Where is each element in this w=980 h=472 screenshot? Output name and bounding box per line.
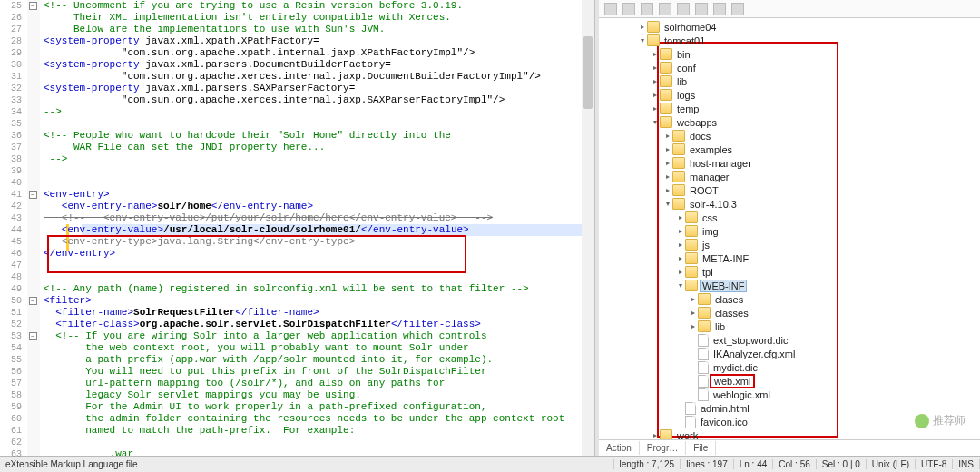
code-line[interactable]: Their XML implementation isn't entirely … [44, 12, 451, 24]
code-line[interactable]: a path prefix (app.war with /app/solr mo… [44, 354, 493, 366]
code-line[interactable]: <env-entry-type>java.lang.String</env-en… [44, 236, 355, 248]
tree-twisty[interactable]: ▸ [662, 172, 672, 182]
tree-twisty[interactable]: ▸ [650, 103, 660, 113]
code-line[interactable]: <system-property javax.xml.parsers.SAXPa… [44, 83, 355, 94]
tree-toolbar-button[interactable] [731, 3, 744, 15]
code-line[interactable]: <!-- <env-entry-value>/put/your/solr/hom… [44, 212, 493, 224]
code-line[interactable]: <filter> [44, 295, 92, 307]
tree-twisty[interactable]: ▾ [637, 35, 647, 45]
tree-item[interactable]: ▸temp [599, 102, 980, 115]
tree-bottom-tabs[interactable]: ActionProgr…File [599, 439, 980, 456]
fold-toggle[interactable]: − [29, 2, 37, 10]
tree-item[interactable]: ▸conf [599, 61, 980, 74]
tree-item[interactable]: ▸META-INF [599, 251, 980, 265]
tree-twisty[interactable]: ▸ [688, 321, 698, 331]
tree-item[interactable]: ▸examples [599, 143, 980, 156]
tree-item[interactable]: ▸lib [599, 320, 980, 333]
fold-toggle[interactable]: − [29, 191, 37, 199]
tree-twisty[interactable]: ▸ [650, 63, 660, 73]
code-line[interactable]: "com.sun.org.apache.xerces.internal.jaxp… [44, 94, 505, 106]
fold-gutter[interactable]: −−−− [27, 0, 40, 456]
code-line[interactable]: .war [44, 448, 133, 456]
tree-twisty[interactable]: ▸ [675, 212, 685, 222]
tree-item[interactable]: ▸docs [599, 129, 980, 143]
tree-twisty[interactable]: ▸ [675, 253, 685, 263]
code-line[interactable]: url-pattern mapping too (/solr/*), and a… [44, 378, 445, 389]
tree-toolbar-button[interactable] [695, 3, 708, 15]
tree-twisty[interactable]: ▸ [637, 22, 647, 32]
editor-scrollbar[interactable] [582, 0, 594, 456]
code-line[interactable]: You will need to put this prefix in fron… [44, 366, 486, 378]
code-line[interactable]: <env-entry-value>/usr/local/solr-cloud/s… [44, 224, 469, 236]
code-line[interactable]: <!-- People who want to hardcode their "… [44, 130, 451, 142]
tree-item[interactable]: ▸ROOT [599, 183, 980, 197]
tree-twisty[interactable]: ▸ [675, 267, 685, 277]
file-tree[interactable]: ▸solrhome04▾tomcat01▸bin▸conf▸lib▸logs▸t… [599, 18, 980, 439]
code-line[interactable]: <system-property javax.xml.xpath.XPathFa… [44, 35, 319, 47]
tree-twisty[interactable]: ▸ [675, 240, 685, 250]
tree-twisty[interactable]: ▸ [662, 131, 672, 141]
tree-item[interactable]: ▸bin [599, 47, 980, 61]
tree-item[interactable]: ▸work [599, 428, 980, 439]
tree-twisty[interactable]: ▸ [650, 90, 660, 100]
tree-toolbar-button[interactable] [622, 3, 635, 15]
tree-item[interactable]: IKAnalyzer.cfg.xml [599, 347, 980, 360]
code-line[interactable]: named to match the path-prefix. For exam… [44, 425, 355, 437]
code-line[interactable]: --> [44, 106, 62, 118]
tree-item[interactable]: ▸manager [599, 170, 980, 183]
tree-tab[interactable]: Progr… [640, 441, 686, 455]
tree-item[interactable]: ▾WEB-INF [599, 279, 980, 292]
tree-item[interactable]: ▾tomcat01 [599, 34, 980, 47]
tree-toolbar-button[interactable] [677, 3, 690, 15]
tree-item[interactable]: ▸img [599, 224, 980, 238]
code-line[interactable]: "com.sun.org.apache.xpath.internal.jaxp.… [44, 47, 475, 59]
tree-item[interactable]: ext_stopword.dic [599, 333, 980, 347]
code-line[interactable]: the web context root, you will probably … [44, 342, 469, 354]
tree-twisty[interactable]: ▸ [675, 226, 685, 236]
code-line[interactable]: <!-- If you are wiring Solr into a large… [44, 330, 486, 342]
tree-item[interactable]: ▸host-manager [599, 156, 980, 170]
code-line[interactable]: <filter-name>SolrRequestFilter</filter-n… [44, 307, 319, 319]
tree-twisty[interactable]: ▾ [675, 280, 685, 290]
code-line[interactable]: <env-entry> [44, 189, 110, 201]
tree-item[interactable]: mydict.dic [599, 360, 980, 374]
code-line[interactable]: WAR File can set the JNDI property here.… [44, 142, 325, 153]
tree-toolbar-button[interactable] [604, 3, 617, 15]
code-line[interactable]: <!-- Any path (name) registered in solrc… [44, 283, 529, 295]
tree-item[interactable]: ▸tpl [599, 265, 980, 279]
tree-item[interactable]: ▸js [599, 238, 980, 251]
tree-twisty[interactable]: ▸ [650, 49, 660, 59]
code-line[interactable]: <filter-class>org.apache.solr.servlet.So… [44, 319, 481, 330]
code-line[interactable]: <system-property javax.xml.parsers.Docum… [44, 59, 391, 71]
code-line[interactable]: Below are the implementations to use wit… [44, 24, 385, 35]
tree-twisty[interactable]: ▸ [688, 308, 698, 318]
tree-twisty[interactable]: ▸ [688, 294, 698, 304]
tree-toolbar-button[interactable] [659, 3, 671, 15]
fold-toggle[interactable]: − [29, 332, 37, 340]
code-editor[interactable]: 2526272829303132333435363738394041424344… [0, 0, 595, 456]
tree-item[interactable]: ▸classes [599, 306, 980, 320]
code-line[interactable]: For the Admin UI to work properly in a p… [44, 401, 486, 413]
tree-twisty[interactable]: ▸ [662, 144, 672, 154]
tree-twisty[interactable]: ▸ [662, 158, 672, 168]
tree-item[interactable]: ▾solr-4.10.3 [599, 197, 980, 211]
tree-item[interactable]: web.xml [599, 374, 980, 388]
tree-toolbar-button[interactable] [713, 3, 726, 15]
tree-tab[interactable]: Action [599, 441, 640, 455]
tree-tab[interactable]: File [686, 441, 716, 455]
tree-twisty[interactable]: ▾ [650, 117, 660, 127]
code-line[interactable]: "com.sun.org.apache.xerces.internal.jaxp… [44, 71, 541, 83]
tree-twisty[interactable]: ▸ [662, 185, 672, 195]
code-line[interactable]: the admin folder containing the resource… [44, 413, 564, 425]
code-area[interactable]: <!-- Uncomment if you are trying to use … [40, 0, 594, 456]
tree-item[interactable]: weblogic.xml [599, 388, 980, 401]
tree-twisty[interactable]: ▸ [650, 76, 660, 86]
tree-toolbar-button[interactable] [641, 3, 653, 15]
code-line[interactable]: --> [44, 153, 67, 165]
tree-item[interactable]: ▸clases [599, 292, 980, 306]
tree-item[interactable]: ▸css [599, 211, 980, 224]
tree-twisty[interactable]: ▸ [650, 430, 660, 439]
tree-item[interactable]: ▸solrhome04 [599, 20, 980, 34]
code-line[interactable]: </env-entry> [44, 248, 115, 260]
code-line[interactable]: <!-- Uncomment if you are trying to use … [44, 0, 463, 12]
